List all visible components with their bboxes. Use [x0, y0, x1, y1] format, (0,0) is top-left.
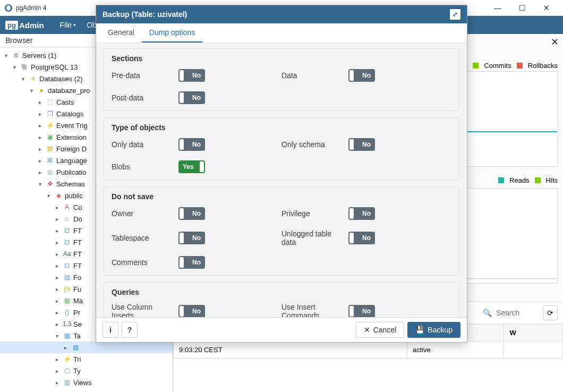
tree-toggle[interactable]: ▸	[53, 275, 61, 280]
toggle-data[interactable]: No	[348, 69, 375, 82]
tree-toggle[interactable]: ▸	[36, 158, 44, 164]
tree-label: Pr	[73, 309, 80, 317]
domains-icon: ⌂	[63, 215, 71, 223]
toggle-only-schema[interactable]: No	[348, 138, 375, 151]
table-cell: active	[407, 342, 504, 359]
table-header[interactable]: W	[504, 325, 563, 342]
tree-toggle[interactable]: ▸	[53, 263, 61, 269]
toggle-pre-data[interactable]: No	[178, 69, 205, 82]
tree-toggle[interactable]: ▾	[19, 76, 27, 82]
collations-icon: A	[63, 203, 71, 211]
toggle-blobs[interactable]: Yes	[178, 160, 205, 173]
toggle-comments[interactable]: No	[178, 256, 205, 269]
server-icon: 🐘	[20, 63, 29, 71]
panel-close-icon[interactable]: ✕	[551, 36, 559, 48]
dialog-header[interactable]: Backup (Table: uzivatel) ⤢	[96, 5, 467, 23]
tree-toggle[interactable]: ▸	[53, 240, 61, 245]
tree-toggle[interactable]: ▾	[45, 193, 52, 199]
tree-toggle[interactable]: ▾	[36, 181, 44, 187]
section-queries: QueriesUse Column InsertsNoUse Insert Co…	[104, 282, 459, 317]
maximize-button[interactable]: ☐	[510, 0, 534, 16]
tree-toggle[interactable]: ▸	[36, 169, 44, 175]
help-button[interactable]: ?	[122, 322, 138, 338]
cancel-button[interactable]: ✕Cancel	[356, 322, 405, 338]
event-trigger-icon: ⚡	[46, 121, 54, 130]
tree-toggle[interactable]: ▸	[36, 123, 44, 129]
tree-toggle[interactable]: ▸	[53, 380, 61, 386]
section-sections: SectionsPre-dataNoDataNoPost-dataNo	[104, 48, 459, 111]
tree-item[interactable]: ▸ ⚡ Tri	[0, 353, 173, 365]
tree-toggle[interactable]: ▸	[53, 310, 61, 316]
toggle-post-data[interactable]: No	[178, 91, 205, 104]
toggle-only-data[interactable]: No	[178, 138, 205, 151]
tree-toggle[interactable]: ▸	[53, 321, 61, 327]
close-window-button[interactable]: ✕	[534, 0, 559, 16]
tree-label: Event Trig	[56, 122, 88, 130]
tree-toggle[interactable]: ▾	[53, 333, 61, 339]
tree-item[interactable]: ▸ ▦	[0, 342, 173, 353]
table-row[interactable]: 9:03:20 CESTactive	[174, 342, 563, 359]
dialog-body[interactable]: SectionsPre-dataNoDataNoPost-dataNoType …	[96, 43, 467, 317]
catalogs-icon: ❒	[46, 109, 54, 118]
menu-file[interactable]: File▾	[55, 19, 82, 31]
logo-prefix: pg	[5, 21, 18, 30]
tree-toggle[interactable]: ▸	[53, 216, 61, 222]
toggle-owner[interactable]: No	[178, 207, 205, 220]
database-group-icon: ≡	[29, 74, 37, 83]
tree-toggle[interactable]: ▸	[36, 134, 44, 140]
tree-toggle[interactable]: ▸	[36, 111, 44, 117]
tree-label: databaze_pro	[48, 87, 90, 95]
chart-legend-mid: ReadsHits	[498, 176, 558, 184]
tree-toggle[interactable]: ▾	[2, 53, 10, 58]
search-input[interactable]	[496, 309, 539, 317]
schemas-icon: ❖	[46, 180, 54, 188]
tables-icon: ▦	[63, 331, 71, 340]
field-label: Data	[282, 71, 340, 80]
toggle-use-column-inserts[interactable]: No	[178, 305, 205, 317]
legend-label: Rollbacks	[528, 62, 558, 70]
fts-config-icon: ⊡	[63, 226, 71, 235]
field-label: Post-data	[112, 93, 170, 102]
dialog-tab-general[interactable]: General	[100, 23, 142, 42]
table-cell: 9:03:20 CEST	[174, 342, 407, 359]
tree-toggle[interactable]: ▸	[62, 345, 69, 351]
section-title: Type of objects	[104, 118, 459, 135]
backup-button[interactable]: 💾Backup	[407, 322, 460, 338]
info-button[interactable]: i	[103, 322, 118, 338]
tree-toggle[interactable]: ▸	[53, 228, 61, 234]
tree-item[interactable]: ▸ ▢ Ty	[0, 365, 173, 377]
schema-icon: ◈	[54, 191, 63, 200]
tree-toggle[interactable]: ▸	[53, 298, 61, 304]
tree-label: FT	[73, 227, 82, 235]
tree-toggle[interactable]: ▾	[28, 88, 35, 93]
tree-label: public	[65, 192, 83, 200]
extensions-icon: ▣	[46, 133, 54, 141]
tree-item[interactable]: ▸ ▥ Views	[0, 377, 173, 388]
tree-label: Schemas	[56, 180, 85, 188]
refresh-button[interactable]: ⟳	[543, 305, 558, 320]
toggle-use-insert-commands[interactable]: No	[348, 305, 375, 317]
toggle-privilege[interactable]: No	[348, 207, 375, 220]
dialog-tab-dump-options[interactable]: Dump options	[142, 23, 202, 42]
tree-toggle[interactable]: ▾	[11, 64, 18, 70]
tree-label: Co	[73, 203, 82, 211]
casts-icon: ⬚	[46, 98, 54, 106]
section-do-not-save: Do not saveOwnerNoPrivilegeNoTablespaceN…	[104, 186, 459, 276]
toggle-tablespace[interactable]: No	[178, 232, 205, 244]
tree-label: Ty	[73, 367, 81, 375]
tree-label: Views	[73, 379, 91, 387]
field-label: Only schema	[282, 140, 340, 149]
functions-icon: ƒx	[63, 285, 71, 293]
tree-toggle[interactable]: ▸	[53, 368, 61, 374]
tree-toggle[interactable]: ▸	[53, 356, 61, 362]
tree-toggle[interactable]: ▸	[36, 99, 44, 105]
tree-toggle[interactable]: ▸	[36, 146, 44, 152]
tree-toggle[interactable]: ▸	[53, 286, 61, 292]
tree-toggle[interactable]: ▸	[53, 204, 61, 210]
tree-toggle[interactable]: ▸	[53, 251, 61, 257]
app-logo: pgAdmin	[5, 21, 44, 30]
dialog-expand-icon[interactable]: ⤢	[450, 9, 460, 20]
minimize-button[interactable]: —	[485, 0, 510, 16]
close-icon: ✕	[364, 326, 370, 334]
toggle-unlogged-table-data[interactable]: No	[348, 232, 375, 244]
